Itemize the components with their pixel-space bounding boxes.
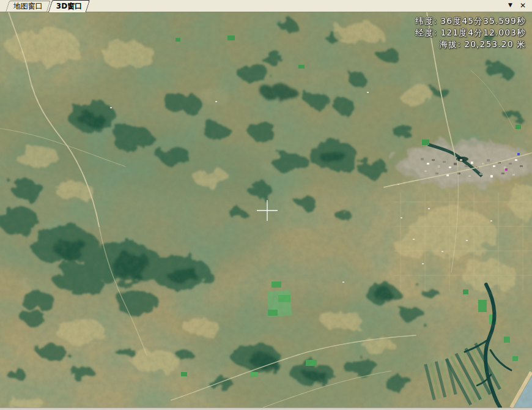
tab-strip: 地图窗口 3D窗口 ▼ ✕ <box>0 0 532 12</box>
map-3d-window: 地图窗口 3D窗口 ▼ ✕ <box>0 0 532 410</box>
window-bottom-frame <box>0 408 532 410</box>
tab-3d-window-label: 3D窗口 <box>56 1 82 12</box>
tab-map-window-label: 地图窗口 <box>13 1 43 12</box>
tab-list-dropdown-icon[interactable]: ▼ <box>508 2 512 8</box>
window-controls: ▼ ✕ <box>508 2 532 10</box>
close-icon[interactable]: ✕ <box>520 2 526 9</box>
satellite-terrain <box>0 12 532 408</box>
tab-map-window[interactable]: 地图窗口 <box>6 1 51 12</box>
satellite-3d-viewport[interactable]: 纬度: 36度45分35.599秒 经度: 121度4分12.003秒 海拔: … <box>0 12 532 408</box>
tab-3d-window[interactable]: 3D窗口 <box>48 0 91 12</box>
